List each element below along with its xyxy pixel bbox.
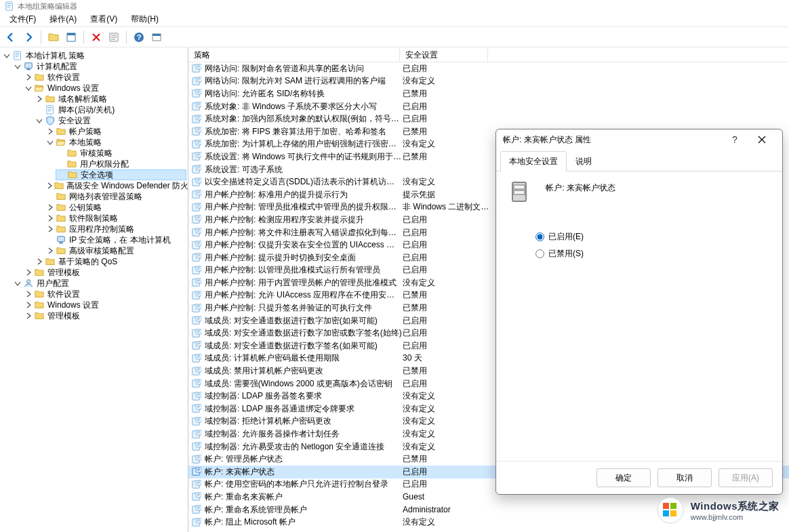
expand-icon[interactable]	[24, 301, 33, 309]
toolbar-separator	[41, 30, 41, 44]
tree-user-config[interactable]: 用户配置	[12, 278, 186, 289]
tree-user-rights[interactable]: 用户权限分配	[56, 159, 186, 169]
policy-value: Administrator	[403, 505, 491, 514]
up-button[interactable]	[45, 29, 62, 45]
tree-windows-settings[interactable]: Windows 设置	[23, 83, 186, 94]
expand-icon[interactable]	[35, 258, 43, 266]
radio-disabled-input[interactable]	[535, 249, 544, 258]
tree-computer-config[interactable]: 计算机配置	[12, 61, 186, 72]
watermark-text: Windows系统之家 www.bjjmlv.com	[691, 500, 780, 521]
tree-nla[interactable]: 网络列表管理器策略	[45, 191, 186, 202]
expand-icon[interactable]	[46, 247, 54, 255]
tree-defender[interactable]: 高级安全 Windows Defender 防火墙	[45, 180, 186, 191]
column-setting[interactable]: 安全设置	[400, 47, 488, 62]
tree-ipsec[interactable]: IP 安全策略，在 本地计算机	[45, 234, 186, 245]
radio-group: 已启用(E) 已禁用(S)	[535, 231, 770, 260]
expand-icon[interactable]	[3, 52, 11, 60]
properties-button[interactable]	[106, 29, 122, 45]
folder-open-icon	[34, 83, 45, 94]
apply-button[interactable]: 应用(A)	[719, 468, 773, 487]
cancel-button[interactable]: 取消	[658, 468, 712, 487]
expand-icon[interactable]	[35, 95, 43, 103]
expand-icon[interactable]	[46, 214, 54, 222]
tree-advaudit[interactable]: 高级审核策略配置	[45, 245, 186, 256]
policy-value: 已禁用	[403, 302, 491, 314]
tab-local-security[interactable]: 本地安全设置	[500, 151, 567, 171]
expand-icon[interactable]	[24, 73, 33, 81]
tree-user-software[interactable]: 软件设置	[23, 289, 186, 300]
tree-account-policy[interactable]: 帐户策略	[45, 126, 186, 137]
tree-local-policy[interactable]: 本地策略	[45, 137, 186, 148]
tree-security-settings[interactable]: 安全设置	[34, 115, 186, 126]
policy-value: 已启用	[403, 327, 491, 339]
tree-software-settings[interactable]: 软件设置	[23, 72, 186, 83]
expand-icon[interactable]	[46, 225, 54, 233]
menu-file[interactable]: 文件(F)	[3, 12, 43, 27]
radio-enabled[interactable]: 已启用(E)	[535, 231, 770, 243]
expand-icon[interactable]	[46, 127, 54, 136]
menu-view[interactable]: 查看(V)	[83, 12, 124, 27]
policy-icon	[191, 76, 202, 87]
filter-button[interactable]	[148, 29, 165, 45]
watermark: Windows系统之家 www.bjjmlv.com	[657, 497, 780, 524]
policy-name: 域控制器: 拒绝计算机帐户密码更改	[205, 415, 403, 427]
dialog-title-bar[interactable]: 帐户: 来宾帐户状态 属性 ?	[496, 129, 782, 150]
tree-dns-policy[interactable]: 域名解析策略	[34, 94, 186, 104]
document-icon	[12, 50, 23, 61]
expand-icon[interactable]	[14, 279, 22, 287]
tree-admin-templates[interactable]: 管理模板	[23, 267, 186, 278]
forward-button[interactable]	[20, 29, 37, 45]
policy-row[interactable]: 网络访问: 限制允许对 SAM 进行远程调用的客户端没有定义	[188, 75, 789, 88]
policy-row[interactable]: 系统对象: 非 Windows 子系统不要求区分大小写已启用	[188, 100, 789, 113]
tree-srp[interactable]: 软件限制策略	[45, 213, 186, 224]
policy-icon	[191, 504, 202, 515]
tree-label: 域名解析策略	[58, 94, 107, 105]
tree-user-windows[interactable]: Windows 设置	[23, 300, 186, 310]
tree-label: 高级安全 Windows Defender 防火墙	[66, 180, 188, 192]
expand-icon[interactable]	[14, 62, 22, 70]
policy-name: 域成员: 禁用计算机帐户密码更改	[205, 365, 403, 377]
policy-row[interactable]: 系统对象: 加强内部系统对象的默认权限(例如，符号链接)已启用	[188, 112, 789, 125]
folder-icon	[34, 267, 45, 278]
policy-icon	[191, 227, 202, 238]
expand-icon[interactable]	[24, 268, 33, 277]
expand-icon[interactable]	[24, 84, 33, 92]
tree-audit-policy[interactable]: 审核策略	[56, 148, 186, 159]
column-policy[interactable]: 策略	[188, 47, 400, 62]
expand-icon[interactable]	[24, 312, 33, 320]
menu-help[interactable]: 帮助(H)	[124, 12, 165, 27]
delete-button[interactable]	[88, 29, 104, 45]
expand-icon[interactable]	[35, 117, 43, 125]
menu-action[interactable]: 操作(A)	[43, 12, 83, 27]
tree-qos[interactable]: 基于策略的 QoS	[34, 256, 186, 267]
title-bar: 本地组策略编辑器	[0, 0, 789, 12]
tree-user-admin[interactable]: 管理模板	[23, 310, 186, 321]
radio-disabled[interactable]: 已禁用(S)	[535, 248, 770, 260]
policy-icon	[191, 88, 202, 99]
tree-public-key[interactable]: 公钥策略	[45, 202, 186, 213]
expand-icon[interactable]	[46, 182, 53, 190]
policy-value: 已禁用	[403, 365, 491, 377]
ok-button[interactable]: 确定	[596, 468, 651, 487]
tree-scripts[interactable]: 脚本(启动/关机)	[34, 104, 186, 115]
toolbar-separator	[126, 30, 127, 44]
policy-value: 没有定义	[403, 75, 491, 87]
tree-pane[interactable]: 本地计算机 策略 计算机配置 软件设置 Windows 设置	[0, 47, 188, 532]
radio-enabled-input[interactable]	[535, 232, 544, 241]
policy-row[interactable]: 网络访问: 限制对命名管道和共享的匿名访问已启用	[188, 62, 789, 75]
tree-root[interactable]: 本地计算机 策略	[1, 50, 186, 61]
expand-icon[interactable]	[24, 290, 33, 298]
policy-row[interactable]: 网络访问: 允许匿名 SID/名称转换已禁用	[188, 87, 789, 100]
expand-icon[interactable]	[46, 203, 54, 211]
tab-explain[interactable]: 说明	[567, 151, 601, 171]
show-hide-button[interactable]	[63, 29, 79, 45]
help-button[interactable]: ?	[131, 29, 147, 45]
help-button[interactable]: ?	[721, 131, 748, 148]
tree-acp[interactable]: 应用程序控制策略	[45, 224, 186, 234]
tree-security-options[interactable]: 安全选项	[56, 169, 186, 180]
back-button[interactable]	[3, 29, 19, 45]
close-button[interactable]	[748, 131, 775, 148]
policy-value: 已启用	[403, 478, 491, 490]
expand-icon[interactable]	[46, 138, 54, 146]
svg-rect-20	[670, 503, 676, 509]
